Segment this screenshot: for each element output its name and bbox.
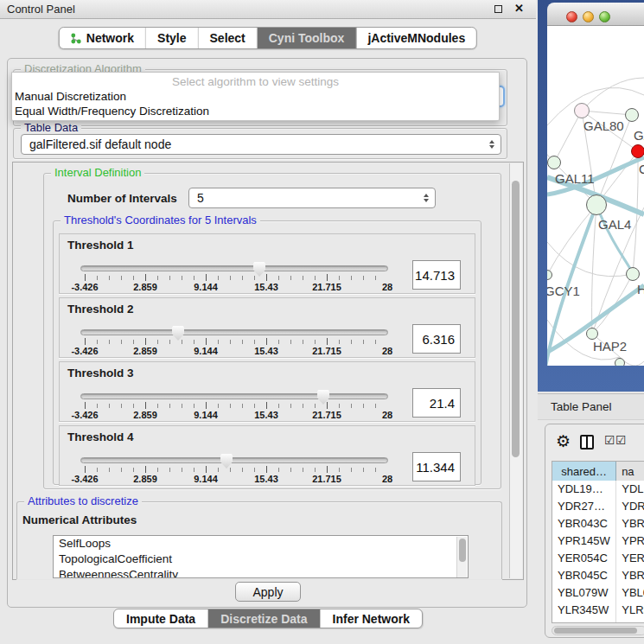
slider-tick-labels: -3.4262.8599.14415.4321.71528 — [85, 346, 387, 356]
network-view-window: GAL80 GA C GAL11 GAL4 GCY1 H HAP2 — [538, 0, 644, 392]
table-cell[interactable]: YIL052C — [552, 619, 616, 623]
float-window-icon[interactable] — [494, 5, 502, 13]
tab-impute-data[interactable]: Impute Data — [114, 609, 208, 628]
close-icon[interactable]: ✕ — [514, 3, 524, 14]
node-gal80[interactable] — [574, 103, 590, 118]
table-cell[interactable]: YBR0 — [616, 567, 644, 584]
node-h[interactable] — [626, 267, 640, 281]
table-header-row: shared… na — [552, 462, 644, 481]
table-cell[interactable]: YDL19… — [552, 481, 616, 498]
table-row[interactable]: YBL079W YBL0 — [552, 584, 644, 602]
node-selected-red[interactable] — [631, 144, 644, 158]
threshold-row: Threshold 4 -3.4262.8599.14415.4321.7152… — [59, 425, 475, 486]
table-row[interactable]: YBR045C YBR0 — [552, 567, 644, 584]
horizontal-scrollbar[interactable] — [552, 626, 644, 635]
table-cell[interactable]: YBL079W — [552, 584, 616, 602]
table-header-shared-name[interactable]: shared… — [552, 462, 616, 481]
table-cell[interactable]: YPR1 — [616, 532, 644, 550]
table-row[interactable]: YLR345W YLR3 — [552, 602, 644, 619]
tab-discretize-data[interactable]: Discretize Data — [208, 609, 320, 628]
table-cell[interactable]: YLR345W — [552, 602, 616, 619]
table-header-name[interactable]: na — [616, 462, 644, 481]
slider-track[interactable] — [80, 265, 388, 271]
table-row[interactable]: YDL19… YDL1 — [552, 481, 644, 498]
numerical-attributes-list[interactable]: SelfLoops TopologicalCoefficient Between… — [53, 535, 469, 578]
threshold-slider[interactable]: -3.4262.8599.14415.4321.71528 — [80, 454, 388, 485]
apply-button[interactable]: Apply — [235, 582, 300, 602]
threshold-value-field[interactable]: 14.713 — [412, 260, 461, 290]
table-cell[interactable]: YER054C — [552, 550, 616, 567]
table-cell[interactable]: YLR3 — [616, 602, 644, 619]
node-bottom-partial[interactable] — [615, 358, 625, 366]
num-intervals-value: 5 — [197, 191, 204, 205]
tab-infer-network[interactable]: Infer Network — [321, 609, 422, 628]
tab-select[interactable]: Select — [199, 28, 258, 48]
slider-tick-labels: -3.4262.8599.14415.4321.71528 — [85, 474, 387, 484]
threshold-label: Threshold 1 — [67, 239, 134, 252]
mac-zoom-button[interactable] — [599, 11, 610, 22]
table-cell[interactable]: YDR27… — [552, 498, 616, 515]
slider-track[interactable] — [80, 329, 388, 335]
list-scrollbar[interactable] — [456, 537, 467, 578]
table-cell[interactable]: YIL0 — [616, 619, 644, 623]
threshold-value-field[interactable]: 11.344 — [412, 452, 461, 481]
node-top-right[interactable] — [625, 108, 639, 122]
vertical-scrollbar[interactable] — [509, 163, 522, 578]
tab-cyni-toolbox[interactable]: Cyni Toolbox — [258, 28, 357, 48]
threshold-value-field[interactable]: 21.4 — [412, 388, 461, 418]
popup-item-equal-width[interactable]: Equal Width/Frequency Discretization — [12, 104, 499, 118]
table-row[interactable]: YPR145W YPR1 — [552, 532, 644, 550]
control-panel-titlebar: Control Panel ✕ — [0, 0, 536, 19]
threshold-slider[interactable]: -3.4262.8599.14415.4321.71528 — [80, 390, 388, 421]
slider-track[interactable] — [80, 393, 388, 399]
node-label-gal11: GAL11 — [555, 171, 595, 186]
table-cell[interactable]: YPR145W — [552, 532, 616, 550]
list-item[interactable]: TopologicalCoefficient — [54, 552, 468, 567]
table-cell[interactable]: YBL0 — [616, 584, 644, 602]
popup-item-manual[interactable]: Manual Discretization — [12, 89, 499, 104]
table-cell[interactable]: YBR045C — [552, 567, 616, 584]
slider-track[interactable] — [80, 457, 388, 463]
list-item[interactable]: SelfLoops — [54, 536, 468, 552]
node-label-gal4: GAL4 — [598, 217, 631, 232]
num-intervals-combobox[interactable]: 5 — [188, 188, 436, 208]
slider-ticks — [85, 338, 387, 345]
table-cell[interactable]: YDL1 — [616, 481, 644, 498]
tick-label: 21.715 — [312, 410, 341, 420]
checkbox-icon[interactable]: ☑ — [615, 434, 627, 446]
mac-minimize-button[interactable] — [583, 11, 594, 22]
slider-ticks — [85, 402, 387, 409]
network-canvas[interactable]: GAL80 GA C GAL11 GAL4 GCY1 H HAP2 — [547, 26, 644, 366]
node-gal11[interactable] — [547, 156, 561, 169]
table-cell[interactable]: YDR2 — [616, 498, 644, 515]
tab-jactivemnodules[interactable]: jActiveMNodules — [356, 28, 476, 48]
table-row[interactable]: YER054C YER0 — [552, 550, 644, 567]
table-row[interactable]: YDR27… YDR2 — [552, 498, 644, 515]
checkbox-icon[interactable]: ☑ — [604, 434, 615, 446]
control-panel-tabs: Network Style Select Cyni Toolbox jActiv… — [59, 27, 477, 49]
table-data-combobox[interactable]: galFiltered.sif default node — [21, 134, 501, 155]
table-cell[interactable]: YBR043C — [552, 515, 616, 532]
mac-close-button[interactable] — [566, 11, 577, 22]
node-gal4[interactable] — [586, 194, 607, 215]
spinner-icon — [424, 194, 429, 202]
node-label-c-partial: C — [639, 162, 644, 176]
tab-network-label: Network — [86, 31, 134, 45]
table-cell[interactable]: YER0 — [616, 550, 644, 567]
tab-network[interactable]: Network — [60, 28, 146, 48]
network-icon — [71, 33, 82, 44]
gear-icon[interactable]: ⚙ — [556, 431, 571, 451]
tick-label: 21.715 — [312, 282, 341, 292]
list-item[interactable]: BetweennessCentrality — [54, 567, 468, 578]
tab-style[interactable]: Style — [146, 28, 198, 48]
columns-icon[interactable] — [580, 435, 594, 450]
node-hap2[interactable] — [586, 328, 598, 340]
threshold-slider[interactable]: -3.4262.8599.14415.4321.71528 — [80, 262, 388, 293]
table-row[interactable]: YBR043C YBR0 — [552, 515, 644, 532]
node-label-gal80: GAL80 — [583, 118, 624, 133]
tick-label: 28 — [382, 474, 392, 484]
threshold-value-field[interactable]: 6.316 — [412, 324, 461, 354]
table-cell[interactable]: YBR0 — [616, 515, 644, 532]
table-row[interactable]: YIL052C YIL0 — [552, 619, 644, 623]
threshold-slider[interactable]: -3.4262.8599.14415.4321.71528 — [80, 326, 388, 357]
